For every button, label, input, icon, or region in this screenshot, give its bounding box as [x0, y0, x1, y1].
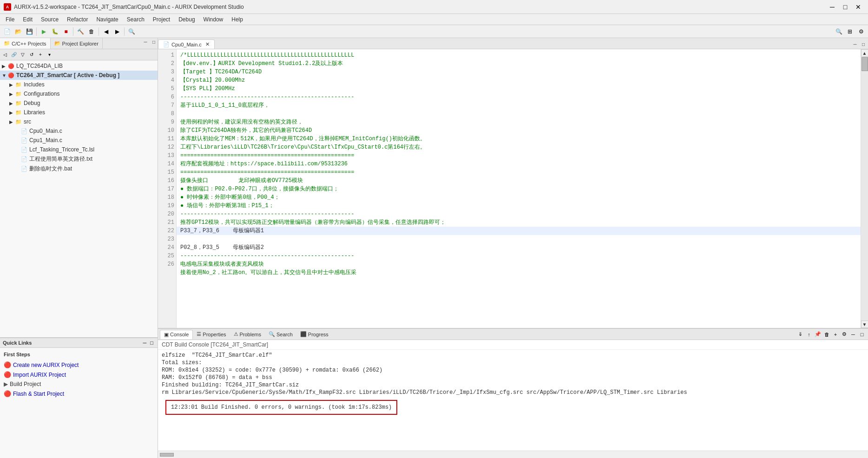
menu-file[interactable]: File	[2, 15, 18, 24]
console-hscroll-thumb[interactable]	[160, 453, 174, 457]
menu-window[interactable]: Window	[200, 15, 227, 24]
ql-build-project[interactable]: ▶ Build Project	[4, 379, 154, 389]
editor-tab-cpu0main[interactable]: 📄 Cpu0_Main.c ✕	[158, 39, 215, 49]
code-editor[interactable]: /*LLLLLLLLLLLLLLLLLLLLLLLLLLLLLLLLLLLLLL…	[177, 49, 861, 328]
console-scroll-lock[interactable]: ⇓	[796, 330, 804, 339]
panel-minimize[interactable]: ─	[142, 38, 149, 46]
tree-link-editor[interactable]: 🔗	[10, 51, 18, 59]
tree-item-src[interactable]: ▶ 📁 src	[0, 117, 158, 126]
toolbar-views[interactable]: ⊞	[845, 26, 855, 37]
folder-icon-src: 📁	[15, 118, 22, 125]
toolbar-search-global[interactable]: 🔍	[126, 26, 137, 37]
menu-navigate[interactable]: Navigate	[92, 15, 122, 24]
tree-item-debug-folder[interactable]: ▶ 📁 Debug	[0, 98, 158, 108]
console-title: CDT Build Console [TC264_JIT_SmartCar]	[158, 340, 868, 350]
tree-settings[interactable]: ▾	[45, 51, 53, 59]
tree-label-lcf: Lcf_Tasking_Tricore_Tc.lsl	[29, 146, 94, 153]
console-clear[interactable]: 🗑	[822, 330, 831, 339]
console-line-1: elfsize "TC264_JIT_SmartCar.elf"	[162, 352, 864, 359]
console-tab-progress[interactable]: ⬛ Progress	[296, 330, 332, 339]
console-pin[interactable]: 📌	[814, 330, 822, 339]
ql-minimize[interactable]: ─	[142, 340, 148, 346]
menu-source[interactable]: Source	[37, 15, 62, 24]
menu-project[interactable]: Project	[149, 15, 174, 24]
maximize-button[interactable]: □	[839, 2, 851, 12]
panel-maximize[interactable]: □	[150, 38, 158, 46]
scroll-down[interactable]: ▼	[861, 321, 868, 328]
quick-links-title: Quick Links	[3, 340, 32, 346]
console-maximize[interactable]: □	[858, 330, 866, 339]
quick-links-content: First Steps 🔴 Create new AURIX Project 🔴…	[0, 348, 158, 458]
menu-debug[interactable]: Debug	[175, 15, 198, 24]
tree-item-tc264-project[interactable]: ▼ 🔴 TC264_JIT_SmartCar [ Active - Debug …	[0, 71, 158, 80]
tree-item-lcf[interactable]: 📄 Lcf_Tasking_Tricore_Tc.lsl	[0, 145, 158, 154]
tree-item-includes[interactable]: ▶ 📁 Includes	[0, 80, 158, 89]
toolbar-forward[interactable]: ▶	[112, 26, 122, 37]
toolbar-new[interactable]: 📄	[2, 26, 12, 37]
toolbar-perspective[interactable]: ⚙	[856, 26, 866, 37]
ql-import-project[interactable]: 🔴 Import AURIX Project	[4, 370, 154, 379]
console-tab-properties[interactable]: ☰ Properties	[193, 330, 230, 339]
toolbar-run[interactable]: ▶	[39, 26, 49, 37]
title-bar-content: A AURIX-v1.5.2-workspace - TC264_JIT_Sma…	[4, 3, 244, 11]
editor-tab-icon: 📄	[163, 41, 170, 47]
tree-item-bat[interactable]: 📄 删除临时文件.bat	[0, 164, 158, 174]
menu-help[interactable]: Help	[228, 15, 247, 24]
console-scrollbar[interactable]	[158, 451, 868, 458]
tab-project-explorer[interactable]: 📂 Project Explorer	[51, 38, 103, 49]
file-icon-lcf: 📄	[20, 146, 28, 153]
tree-item-lq-lib[interactable]: ▶ 🔴 LQ_TC264DA_LIB	[0, 61, 158, 71]
console-scroll-up[interactable]: ↑	[805, 330, 813, 339]
console-settings[interactable]: ⚙	[840, 330, 848, 339]
tree-item-cpu1main[interactable]: 📄 Cpu1_Main.c	[0, 136, 158, 145]
toolbar-build[interactable]: 🔨	[75, 26, 85, 37]
ql-maximize[interactable]: □	[149, 340, 155, 346]
editor-vscrollbar[interactable]: ▲ ▼	[861, 49, 868, 328]
tree-item-path-txt[interactable]: 📄 工程使用简单英文路径.txt	[0, 154, 158, 164]
editor-minimize-icon[interactable]: ─	[851, 40, 859, 48]
tab-cpp-projects[interactable]: 📁 C/C++ Projects	[0, 38, 51, 49]
toolbar-save[interactable]: 💾	[24, 26, 34, 37]
toolbar-open[interactable]: 📂	[13, 26, 23, 37]
scroll-thumb[interactable]	[861, 57, 868, 71]
menu-search[interactable]: Search	[123, 15, 148, 24]
console-line-5: Finished building: TC264_JIT_SmartCar.si…	[162, 381, 864, 389]
console-tab-search[interactable]: 🔍 Search	[265, 330, 296, 339]
toolbar-debug-run[interactable]: 🐛	[50, 26, 60, 37]
build-project-icon: ▶	[4, 381, 8, 387]
tree-arrow-includes: ▶	[9, 82, 15, 87]
toolbar-stop[interactable]: ■	[61, 26, 71, 37]
console-tab-console[interactable]: ▣ Console	[160, 330, 193, 339]
problems-label: Problems	[240, 332, 261, 337]
menu-edit[interactable]: Edit	[19, 15, 36, 24]
create-project-icon: 🔴	[4, 361, 11, 368]
console-new[interactable]: +	[831, 330, 840, 339]
ql-flash-start[interactable]: 🔴 Flash & Start Project	[4, 389, 154, 399]
left-top: 📁 C/C++ Projects 📂 Project Explorer ─ □ …	[0, 38, 158, 337]
toolbar-sep4	[124, 27, 125, 36]
tree-item-cpu0main[interactable]: 📄 Cpu0_Main.c	[0, 126, 158, 136]
editor-maximize-icon[interactable]: □	[860, 40, 867, 48]
ql-create-project[interactable]: 🔴 Create new AURIX Project	[4, 360, 154, 370]
toolbar-search-right[interactable]: 🔍	[834, 26, 844, 37]
window-controls[interactable]: ─ □ ✕	[826, 2, 864, 12]
tree-label-lq: LQ_TC264DA_LIB	[16, 63, 63, 69]
folder-icon-configs: 📁	[15, 90, 22, 98]
scroll-up[interactable]: ▲	[861, 49, 868, 57]
tree-view: ▶ 🔴 LQ_TC264DA_LIB ▼ 🔴 TC264_JIT_SmartCa…	[0, 60, 158, 337]
toolbar-back[interactable]: ◀	[101, 26, 111, 37]
tree-item-configurations[interactable]: ▶ 📁 Configurations	[0, 89, 158, 98]
tree-collapse[interactable]: ◁	[1, 51, 9, 59]
console-tab-problems[interactable]: ⚠ Problems	[230, 330, 265, 339]
close-button[interactable]: ✕	[852, 2, 864, 12]
tree-item-libraries[interactable]: ▶ 📁 Libraries	[0, 108, 158, 117]
menu-refactor[interactable]: Refactor	[63, 15, 92, 24]
editor-tab-close[interactable]: ✕	[205, 41, 210, 47]
console-minimize[interactable]: ─	[849, 330, 857, 339]
tree-refresh[interactable]: ↺	[27, 51, 36, 59]
toolbar-clean[interactable]: 🗑	[86, 26, 97, 37]
tree-filter[interactable]: ▽	[19, 51, 27, 59]
toolbar-sep2	[73, 27, 73, 36]
tree-new[interactable]: +	[36, 51, 45, 59]
minimize-button[interactable]: ─	[826, 2, 838, 12]
